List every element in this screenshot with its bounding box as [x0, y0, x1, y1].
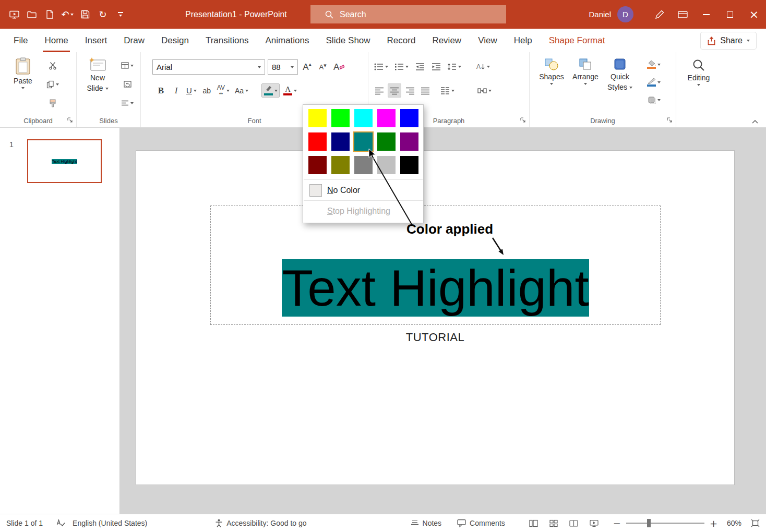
language-selector[interactable]: English (United States)	[73, 519, 147, 527]
selected-text-box[interactable]: Text Highlight Color applied	[210, 205, 661, 325]
font-size-select[interactable]: 88	[268, 59, 298, 75]
cut-button[interactable]	[45, 58, 61, 72]
slide[interactable]: Text Highlight Color applied TUTORIAL	[136, 150, 735, 485]
tab-shape-format[interactable]: Shape Format	[541, 29, 614, 52]
justify-button[interactable]	[418, 83, 432, 98]
align-right-button[interactable]	[403, 83, 416, 98]
tab-file[interactable]: File	[5, 29, 36, 52]
convert-to-smartart-button[interactable]	[476, 83, 493, 98]
paste-button[interactable]: Paste	[8, 54, 38, 89]
highlight-swatch-green[interactable]	[377, 132, 396, 151]
ribbon-display-options-button[interactable]	[671, 0, 694, 29]
accessibility-checker[interactable]: Accessibility: Good to go	[215, 519, 306, 527]
save-button[interactable]	[77, 7, 93, 22]
highlight-swatch-bright-green[interactable]	[331, 109, 350, 127]
increase-indent-button[interactable]	[429, 59, 442, 74]
highlight-swatch-teal[interactable]	[354, 132, 373, 151]
slide-thumbnail[interactable]: Text Highlight	[27, 139, 102, 183]
clear-formatting-button[interactable]: A	[332, 60, 346, 74]
text-highlight-color-button[interactable]	[261, 83, 280, 98]
change-case-button[interactable]: Aa	[233, 83, 250, 98]
reset-slide-button[interactable]	[119, 77, 135, 91]
clipboard-dialog-launcher[interactable]	[67, 117, 73, 123]
text-direction-button[interactable]: A	[474, 59, 492, 74]
zoom-slider[interactable]	[626, 523, 704, 524]
notes-button[interactable]: Notes	[411, 519, 442, 527]
slideshow-view-button[interactable]	[590, 519, 599, 527]
shapes-button[interactable]: Shapes	[536, 54, 567, 85]
arrange-button[interactable]: Arrange	[569, 54, 602, 85]
tab-review[interactable]: Review	[424, 29, 470, 52]
character-spacing-button[interactable]: AV	[216, 83, 231, 98]
tab-view[interactable]: View	[470, 29, 506, 52]
spell-check-button[interactable]	[56, 519, 65, 527]
decrease-indent-button[interactable]	[413, 59, 426, 74]
highlight-swatch-gray-50[interactable]	[354, 156, 373, 174]
tab-home[interactable]: Home	[36, 29, 76, 52]
shape-fill-button[interactable]	[645, 57, 662, 71]
stop-highlighting-menu-item[interactable]: Stop Highlighting	[303, 201, 423, 221]
bold-button[interactable]: B	[154, 83, 167, 98]
numbering-button[interactable]	[393, 59, 410, 74]
no-color-menu-item[interactable]: No Color	[303, 180, 423, 200]
highlight-swatch-pink[interactable]	[377, 109, 396, 127]
search-input[interactable]	[340, 10, 481, 19]
inking-button[interactable]	[648, 0, 671, 29]
quick-styles-button[interactable]: Quick Styles	[603, 54, 637, 92]
close-button[interactable]: ×	[742, 0, 766, 29]
editing-button[interactable]: Editing	[681, 55, 716, 86]
zoom-in-button[interactable]: +	[710, 518, 717, 529]
slide-layout-button[interactable]	[119, 58, 135, 72]
format-painter-button[interactable]	[45, 96, 61, 110]
comments-button[interactable]: Comments	[457, 519, 505, 527]
search-box[interactable]	[310, 5, 506, 23]
align-center-button[interactable]	[388, 83, 401, 98]
redo-button[interactable]: ↻	[95, 7, 111, 22]
reading-view-button[interactable]	[569, 519, 578, 527]
zoom-level[interactable]: 60%	[727, 519, 741, 527]
maximize-button[interactable]	[718, 0, 742, 29]
shape-outline-button[interactable]	[645, 75, 662, 89]
line-spacing-button[interactable]	[446, 59, 463, 74]
open-file-button[interactable]	[24, 7, 40, 22]
tab-record[interactable]: Record	[379, 29, 424, 52]
zoom-out-button[interactable]: −	[613, 518, 621, 529]
highlight-swatch-turquoise[interactable]	[354, 109, 373, 127]
slide-sorter-view-button[interactable]	[549, 519, 558, 527]
tab-transitions[interactable]: Transitions	[197, 29, 257, 52]
tab-design[interactable]: Design	[153, 29, 197, 52]
highlight-swatch-dark-yellow[interactable]	[331, 156, 350, 174]
highlight-swatch-black[interactable]	[400, 156, 418, 174]
italic-button[interactable]: I	[170, 83, 183, 98]
tab-slide-show[interactable]: Slide Show	[318, 29, 379, 52]
columns-button[interactable]	[439, 83, 456, 98]
section-button[interactable]	[119, 96, 135, 110]
highlight-swatch-dark-blue[interactable]	[331, 132, 350, 151]
zoom-slider-thumb[interactable]	[647, 519, 651, 527]
customize-quick-access-button[interactable]	[113, 7, 128, 22]
decrease-font-size-button[interactable]: A▼	[316, 60, 329, 74]
strikethrough-button[interactable]: ab	[200, 83, 213, 98]
share-button[interactable]: Share	[700, 32, 757, 50]
drawing-dialog-launcher[interactable]	[666, 117, 673, 123]
font-family-select[interactable]: Arial	[152, 59, 265, 75]
undo-button[interactable]: ↶	[59, 7, 75, 22]
copy-button[interactable]	[45, 77, 61, 91]
tab-draw[interactable]: Draw	[115, 29, 153, 52]
collapse-ribbon-button[interactable]	[751, 119, 759, 124]
avatar[interactable]: D	[617, 6, 633, 22]
new-file-button[interactable]	[42, 7, 57, 22]
tab-help[interactable]: Help	[506, 29, 541, 52]
normal-view-button[interactable]	[529, 519, 538, 527]
align-left-button[interactable]	[373, 83, 386, 98]
underline-button[interactable]: U	[185, 83, 198, 98]
increase-font-size-button[interactable]: A▲	[301, 60, 314, 74]
highlight-swatch-yellow[interactable]	[308, 109, 327, 127]
highlight-swatch-red[interactable]	[308, 132, 327, 151]
bullets-button[interactable]	[373, 59, 390, 74]
fit-slide-to-window-button[interactable]	[751, 519, 760, 527]
minimize-button[interactable]	[694, 0, 718, 29]
tab-animations[interactable]: Animations	[257, 29, 317, 52]
paragraph-dialog-launcher[interactable]	[520, 117, 526, 123]
tab-insert[interactable]: Insert	[77, 29, 116, 52]
